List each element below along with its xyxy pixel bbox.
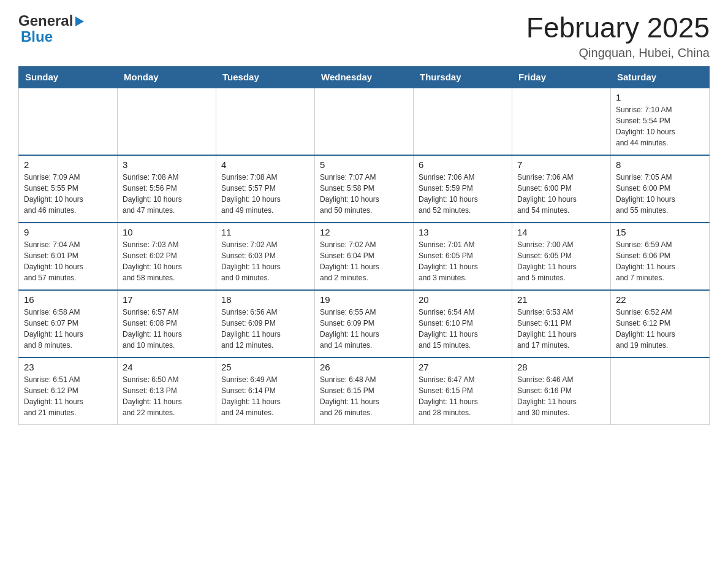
logo: General Blue [18,12,84,45]
day-info: Sunrise: 6:59 AM Sunset: 6:06 PM Dayligh… [616,239,704,283]
col-header-saturday: Saturday [611,66,710,88]
day-info: Sunrise: 7:02 AM Sunset: 6:03 PM Dayligh… [221,239,309,283]
calendar-cell [611,358,710,425]
col-header-sunday: Sunday [19,66,118,88]
day-number: 3 [123,159,211,170]
calendar-week-3: 9Sunrise: 7:04 AM Sunset: 6:01 PM Daylig… [19,223,710,290]
calendar-cell: 16Sunrise: 6:58 AM Sunset: 6:07 PM Dayli… [19,290,118,358]
calendar-cell: 6Sunrise: 7:06 AM Sunset: 5:59 PM Daylig… [414,155,512,223]
day-info: Sunrise: 7:08 AM Sunset: 5:57 PM Dayligh… [221,172,309,216]
day-number: 10 [123,227,211,237]
calendar-cell: 27Sunrise: 6:47 AM Sunset: 6:15 PM Dayli… [414,358,512,425]
day-number: 11 [221,227,309,237]
calendar-cell: 7Sunrise: 7:06 AM Sunset: 6:00 PM Daylig… [512,155,611,223]
calendar-cell [118,88,216,155]
logo-general-text: General [18,12,73,29]
calendar-week-2: 2Sunrise: 7:09 AM Sunset: 5:55 PM Daylig… [19,155,710,223]
calendar-cell: 22Sunrise: 6:52 AM Sunset: 6:12 PM Dayli… [611,290,710,358]
calendar-cell: 1Sunrise: 7:10 AM Sunset: 5:54 PM Daylig… [611,88,710,155]
col-header-friday: Friday [512,66,611,88]
calendar-cell: 28Sunrise: 6:46 AM Sunset: 6:16 PM Dayli… [512,358,611,425]
day-info: Sunrise: 6:53 AM Sunset: 6:11 PM Dayligh… [517,307,605,351]
day-number: 19 [320,294,408,305]
calendar-cell: 14Sunrise: 7:00 AM Sunset: 6:05 PM Dayli… [512,223,611,290]
calendar-cell [216,88,315,155]
day-number: 17 [123,294,211,305]
day-number: 15 [616,227,704,237]
calendar-header-row: SundayMondayTuesdayWednesdayThursdayFrid… [19,66,710,88]
calendar-cell: 13Sunrise: 7:01 AM Sunset: 6:05 PM Dayli… [414,223,512,290]
day-number: 4 [221,159,309,170]
calendar-cell: 18Sunrise: 6:56 AM Sunset: 6:09 PM Dayli… [216,290,315,358]
calendar-cell [512,88,611,155]
page-header: General Blue February 2025 Qingquan, Hub… [18,12,710,60]
day-number: 9 [24,227,112,237]
logo-triangle-icon [75,17,84,26]
day-info: Sunrise: 7:05 AM Sunset: 6:00 PM Dayligh… [616,172,704,216]
calendar-week-5: 23Sunrise: 6:51 AM Sunset: 6:12 PM Dayli… [19,358,710,425]
day-number: 20 [419,294,507,305]
day-number: 25 [221,362,309,372]
day-number: 18 [221,294,309,305]
day-number: 12 [320,227,408,237]
location-text: Qingquan, Hubei, China [526,46,710,60]
day-info: Sunrise: 7:01 AM Sunset: 6:05 PM Dayligh… [419,239,507,283]
calendar-cell [19,88,118,155]
day-info: Sunrise: 6:50 AM Sunset: 6:13 PM Dayligh… [123,374,211,418]
col-header-monday: Monday [118,66,216,88]
day-number: 27 [419,362,507,372]
day-number: 6 [419,159,507,170]
day-info: Sunrise: 6:51 AM Sunset: 6:12 PM Dayligh… [24,374,112,418]
day-info: Sunrise: 6:58 AM Sunset: 6:07 PM Dayligh… [24,307,112,351]
day-number: 23 [24,362,112,372]
day-info: Sunrise: 6:54 AM Sunset: 6:10 PM Dayligh… [419,307,507,351]
day-info: Sunrise: 6:48 AM Sunset: 6:15 PM Dayligh… [320,374,408,418]
day-number: 21 [517,294,605,305]
calendar-week-4: 16Sunrise: 6:58 AM Sunset: 6:07 PM Dayli… [19,290,710,358]
calendar-cell [315,88,414,155]
calendar-cell: 25Sunrise: 6:49 AM Sunset: 6:14 PM Dayli… [216,358,315,425]
day-info: Sunrise: 6:57 AM Sunset: 6:08 PM Dayligh… [123,307,211,351]
day-number: 28 [517,362,605,372]
calendar-cell: 2Sunrise: 7:09 AM Sunset: 5:55 PM Daylig… [19,155,118,223]
calendar-cell: 21Sunrise: 6:53 AM Sunset: 6:11 PM Dayli… [512,290,611,358]
calendar-cell: 23Sunrise: 6:51 AM Sunset: 6:12 PM Dayli… [19,358,118,425]
col-header-tuesday: Tuesday [216,66,315,88]
day-info: Sunrise: 6:49 AM Sunset: 6:14 PM Dayligh… [221,374,309,418]
calendar-cell: 24Sunrise: 6:50 AM Sunset: 6:13 PM Dayli… [118,358,216,425]
calendar-cell: 3Sunrise: 7:08 AM Sunset: 5:56 PM Daylig… [118,155,216,223]
calendar-cell: 5Sunrise: 7:07 AM Sunset: 5:58 PM Daylig… [315,155,414,223]
calendar-cell: 10Sunrise: 7:03 AM Sunset: 6:02 PM Dayli… [118,223,216,290]
day-number: 5 [320,159,408,170]
day-info: Sunrise: 7:04 AM Sunset: 6:01 PM Dayligh… [24,239,112,283]
day-info: Sunrise: 7:03 AM Sunset: 6:02 PM Dayligh… [123,239,211,283]
calendar-cell: 17Sunrise: 6:57 AM Sunset: 6:08 PM Dayli… [118,290,216,358]
day-info: Sunrise: 7:00 AM Sunset: 6:05 PM Dayligh… [517,239,605,283]
calendar-cell: 26Sunrise: 6:48 AM Sunset: 6:15 PM Dayli… [315,358,414,425]
month-title: February 2025 [526,12,710,44]
day-info: Sunrise: 7:09 AM Sunset: 5:55 PM Dayligh… [24,172,112,216]
calendar-week-1: 1Sunrise: 7:10 AM Sunset: 5:54 PM Daylig… [19,88,710,155]
calendar-cell: 4Sunrise: 7:08 AM Sunset: 5:57 PM Daylig… [216,155,315,223]
calendar-cell: 12Sunrise: 7:02 AM Sunset: 6:04 PM Dayli… [315,223,414,290]
day-number: 2 [24,159,112,170]
col-header-thursday: Thursday [414,66,512,88]
calendar-cell: 11Sunrise: 7:02 AM Sunset: 6:03 PM Dayli… [216,223,315,290]
day-number: 13 [419,227,507,237]
day-info: Sunrise: 6:52 AM Sunset: 6:12 PM Dayligh… [616,307,704,351]
day-number: 22 [616,294,704,305]
calendar-cell: 20Sunrise: 6:54 AM Sunset: 6:10 PM Dayli… [414,290,512,358]
day-info: Sunrise: 7:02 AM Sunset: 6:04 PM Dayligh… [320,239,408,283]
calendar-cell: 19Sunrise: 6:55 AM Sunset: 6:09 PM Dayli… [315,290,414,358]
logo-blue-text: Blue [21,28,53,45]
day-number: 8 [616,159,704,170]
calendar-cell: 8Sunrise: 7:05 AM Sunset: 6:00 PM Daylig… [611,155,710,223]
day-number: 24 [123,362,211,372]
calendar-cell: 9Sunrise: 7:04 AM Sunset: 6:01 PM Daylig… [19,223,118,290]
day-info: Sunrise: 6:46 AM Sunset: 6:16 PM Dayligh… [517,374,605,418]
col-header-wednesday: Wednesday [315,66,414,88]
day-number: 14 [517,227,605,237]
day-info: Sunrise: 6:56 AM Sunset: 6:09 PM Dayligh… [221,307,309,351]
day-info: Sunrise: 7:06 AM Sunset: 5:59 PM Dayligh… [419,172,507,216]
day-number: 1 [616,92,704,102]
